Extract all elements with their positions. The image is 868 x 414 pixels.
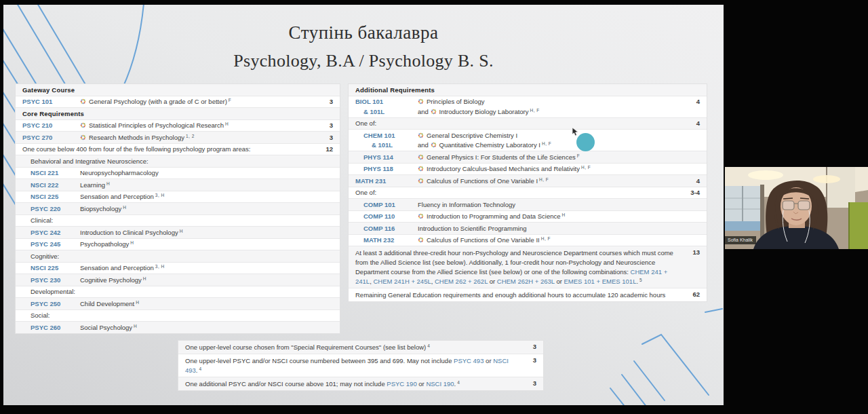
footnote-marker: H	[225, 121, 229, 126]
program-area-label: Clinical:	[22, 217, 315, 225]
table-row: Clinical:	[16, 215, 340, 227]
course-link[interactable]: PSYC 190	[387, 380, 416, 388]
course-title: General Physics I: For Students of the L…	[418, 153, 682, 162]
course-attribute-icon	[418, 132, 424, 138]
credit-hours: 3	[315, 98, 333, 106]
course-attribute-icon	[80, 122, 86, 128]
table-row: One of:4	[349, 118, 707, 130]
course-code[interactable]: PHYS 118	[355, 165, 418, 173]
course-code[interactable]: PSYC 230	[22, 276, 80, 284]
course-link[interactable]: PSYC 493	[454, 357, 484, 364]
course-link[interactable]: CHEM 241H + 245L	[373, 278, 431, 285]
course-attribute-icon	[431, 109, 437, 115]
table-row: Developmental:	[16, 286, 340, 299]
table-row: COMP 110Introduction to Programming and …	[349, 211, 707, 223]
course-code[interactable]: NSCI 225	[22, 193, 80, 201]
additional-requirements-table: Additional RequirementsBIOL 101& 101LPri…	[348, 83, 707, 302]
course-code[interactable]: PSYC 260	[22, 324, 80, 332]
course-title: Fluency in Information Technology	[418, 201, 682, 209]
course-attribute-icon	[418, 166, 424, 172]
course-code[interactable]: NSCI 221	[22, 169, 80, 177]
course-link[interactable]: CHEM 262H + 263L	[497, 278, 555, 285]
course-attribute-icon	[431, 142, 437, 148]
screen-share-area: Ступінь бакалавра Psychology, B.A / Psyc…	[3, 5, 724, 405]
course-code[interactable]: COMP 116	[355, 225, 418, 233]
footnote-marker: H, F	[539, 177, 549, 182]
course-code[interactable]: COMP 110	[355, 212, 418, 221]
course-code[interactable]: PHYS 114	[355, 153, 418, 162]
table-row: Social:	[16, 310, 340, 322]
footnote-marker: H	[136, 300, 139, 305]
footnote-marker: H, F	[542, 141, 551, 146]
program-area-label: Developmental:	[22, 288, 315, 296]
course-code[interactable]: PSYC 242	[22, 229, 80, 237]
section-header: Additional Requirements	[355, 86, 682, 94]
table-row: MATH 232Calculus of Functions of One Var…	[349, 235, 707, 247]
course-link[interactable]: NSCI 190	[426, 380, 454, 388]
table-row: PSYC 210Statistical Principles of Psycho…	[16, 120, 340, 132]
footnote-marker: H	[134, 324, 137, 328]
credit-hours: 3-4	[682, 189, 700, 197]
requirement-text: Remaining General Education requirements…	[355, 290, 682, 300]
course-attribute-icon	[80, 98, 86, 105]
course-title: Introduction to Clinical PsychologyH	[80, 229, 315, 237]
course-title: Introduction to Programming and Data Sci…	[418, 212, 682, 221]
credit-hours: 13	[682, 248, 700, 257]
course-code[interactable]: PSYC 270	[22, 134, 80, 142]
footnote-marker: 5	[639, 278, 642, 282]
participant-name-badge: Sofia Khalik	[725, 236, 756, 244]
course-code[interactable]: PSYC 101	[22, 98, 80, 106]
requirement-text: One of:	[355, 189, 682, 197]
footnote-marker: F	[577, 153, 580, 158]
section-header: Gateway Course	[22, 86, 315, 94]
course-title: Child DevelopmentH	[80, 300, 315, 308]
course-code[interactable]: NSCI 225	[22, 264, 80, 272]
requirement-text: One of:	[355, 119, 682, 128]
table-row: Behavioral and Integrative Neuroscience:	[16, 155, 340, 168]
meeting-window: Ступінь бакалавра Psychology, B.A / Psyc…	[0, 0, 868, 414]
course-code[interactable]: NSCI 222	[22, 181, 80, 189]
course-code[interactable]: MATH 231	[355, 177, 418, 185]
table-row: PSYC 250Child DevelopmentH	[16, 298, 340, 310]
course-code[interactable]: PSYC 220	[22, 205, 80, 213]
pointer-arrow-icon	[572, 128, 580, 136]
course-title: LearningH	[80, 181, 315, 189]
course-title: Introduction to Scientific Programming	[418, 225, 682, 233]
footnote-marker: H	[106, 181, 110, 186]
course-link[interactable]: EMES 101 + EMES 101L	[564, 278, 636, 285]
course-title: Principles of Biologyand Introductory Bi…	[418, 98, 682, 115]
participant-video-tile[interactable]: Sofia Khalik	[725, 167, 868, 249]
course-title: Calculus of Functions of One Variable II…	[418, 236, 682, 244]
course-code[interactable]: MATH 232	[355, 236, 418, 244]
course-code[interactable]: PSYC 210	[22, 121, 80, 130]
footnote-marker: H	[562, 212, 566, 217]
course-code[interactable]: BIOL 101& 101L	[355, 98, 418, 115]
credit-hours: 3	[519, 379, 536, 388]
course-code[interactable]: PSYC 245	[22, 240, 80, 248]
footnote-marker: H	[143, 276, 146, 281]
table-row: NSCI 222LearningH	[16, 179, 340, 191]
footnote-marker: H, F	[530, 108, 540, 113]
course-link[interactable]: CHEM 262 + 262L	[435, 278, 488, 285]
credit-hours: 3	[315, 134, 333, 142]
course-title: Social PsychologyH	[80, 324, 315, 332]
course-attribute-icon	[418, 178, 424, 184]
course-title: Sensation and Perception3, H	[80, 264, 315, 272]
course-title: Cognitive PsychologyH	[80, 276, 315, 284]
table-row: One upper-level PSYC and/or NSCI course …	[178, 354, 543, 377]
course-attribute-icon	[418, 237, 424, 243]
footnote-marker: 1, 2	[186, 134, 195, 138]
footnote-marker: 4	[199, 366, 202, 371]
table-row: One additional PSYC and/or NSCI course a…	[178, 377, 543, 390]
table-row: One course below 400 from four of the fi…	[16, 144, 340, 156]
requirement-text: One additional PSYC and/or NSCI course a…	[185, 379, 519, 389]
slide-title-english: Psychology, B.A / Psychology B. S.	[3, 51, 724, 71]
course-code[interactable]: COMP 101	[355, 201, 418, 209]
course-attribute-icon	[80, 134, 86, 140]
footnote-marker: 3, H	[155, 193, 165, 197]
course-title: Calculus of Functions of One Variable IH…	[418, 177, 682, 185]
course-code[interactable]: PSYC 250	[22, 300, 80, 308]
course-title: BiopsychologyH	[80, 205, 315, 213]
course-attribute-icon	[418, 213, 424, 219]
course-code[interactable]: CHEM 101& 101L	[355, 132, 418, 149]
